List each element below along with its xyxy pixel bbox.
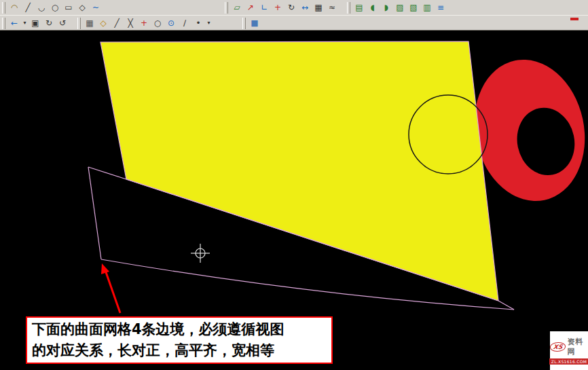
toolbar-handle[interactable] xyxy=(347,2,350,14)
toolbar-curves: ◠╱◡○▭◇~▱↗∟+↻↔▦≈▤◖◗▨▧▥≡ xyxy=(0,0,588,15)
toolbar-handle[interactable] xyxy=(242,18,246,29)
toolbar-handle[interactable] xyxy=(2,18,5,29)
line-snap-icon: ╱ xyxy=(114,17,119,29)
toolbar-gap xyxy=(69,22,76,24)
annotation-arrow xyxy=(101,263,120,313)
profile-button[interactable]: ◠ xyxy=(7,1,21,14)
vertex-snap-icon: ◇ xyxy=(100,17,106,29)
concentric-snap-button[interactable]: ⊙ xyxy=(164,17,178,29)
intersection-snap-icon: ╳ xyxy=(128,17,132,29)
line-icon: ╱ xyxy=(25,1,30,14)
rotate-view-button[interactable]: ↻ xyxy=(42,17,56,29)
mesh-edge-left[interactable] xyxy=(88,167,101,259)
annotation-line-2: 的对应关系，长对正，高平齐，宽相等 xyxy=(32,340,327,361)
back-button[interactable]: ← xyxy=(7,17,21,29)
intersection-snap-button[interactable]: ╳ xyxy=(124,17,137,29)
point-icon: + xyxy=(274,1,281,14)
extrude-button[interactable]: ▤ xyxy=(352,1,366,14)
yellow-surface[interactable] xyxy=(100,41,498,301)
spline-icon: ~ xyxy=(92,1,99,14)
mesh-surface-button[interactable]: ▧ xyxy=(407,1,420,14)
back-icon: ← xyxy=(11,17,18,29)
grid-snap-button[interactable]: ▦ xyxy=(83,17,96,29)
circle-icon: ○ xyxy=(52,1,58,14)
watermark: XS 资料网 ZL.XS1616.COM xyxy=(550,331,588,370)
datum-csys-icon: ∟ xyxy=(261,1,268,14)
midpoint-snap-icon: + xyxy=(141,17,147,29)
sweep-button[interactable]: ◗ xyxy=(380,1,393,14)
shaded-view-button[interactable]: ■ xyxy=(248,17,261,29)
point-snap-button[interactable]: • xyxy=(191,17,205,29)
toolbar-gap xyxy=(103,7,223,8)
line-snap-button[interactable]: ╱ xyxy=(110,17,124,29)
grid-snap-icon: ▦ xyxy=(86,17,93,29)
center-snap-icon: ○ xyxy=(154,17,161,29)
shaded-view-icon: ■ xyxy=(251,17,258,29)
watermark-top: XS 资料网 xyxy=(550,337,588,357)
thicken-button[interactable]: ≡ xyxy=(434,1,447,14)
polygon-button[interactable]: ◇ xyxy=(75,1,89,14)
spline-button[interactable]: ~ xyxy=(89,1,103,14)
refresh-view-button[interactable]: ↺ xyxy=(56,17,69,29)
datum-plane-icon: ▱ xyxy=(234,1,240,14)
toolbar-gap xyxy=(213,22,241,24)
concentric-snap-icon: ⊙ xyxy=(168,17,174,29)
center-snap-button[interactable]: ○ xyxy=(151,17,164,29)
profile-icon: ◠ xyxy=(11,1,18,14)
circle-button[interactable]: ○ xyxy=(48,1,62,14)
snap-options-button[interactable]: ▾ xyxy=(205,17,213,29)
slope-snap-icon: ∕ xyxy=(183,17,186,29)
pattern-icon: ▦ xyxy=(314,1,322,14)
point-snap-icon: • xyxy=(196,17,200,29)
datum-csys-button[interactable]: ∟ xyxy=(257,1,271,14)
polygon-icon: ◇ xyxy=(79,1,85,14)
view-orient-button[interactable]: ▣ xyxy=(29,17,42,29)
watermark-name: 资料网 xyxy=(567,337,588,357)
pattern-button[interactable]: ▦ xyxy=(312,1,325,14)
arc-button[interactable]: ◡ xyxy=(35,1,48,14)
watermark-logo: XS xyxy=(549,342,566,352)
toolbar-handle[interactable] xyxy=(77,18,81,29)
watermark-url: ZL.XS1616.COM xyxy=(549,358,588,365)
graphics-canvas[interactable]: 下面的曲面网格4条边境，必须遵循视图 的对应关系，长对正，高平齐，宽相等 XS … xyxy=(0,31,588,370)
revolve-icon: ◖ xyxy=(371,1,375,14)
cursor-crosshair xyxy=(191,244,210,263)
toolbar-handle[interactable] xyxy=(2,2,5,14)
section-surface-icon: ▨ xyxy=(396,1,403,14)
vertex-snap-button[interactable]: ◇ xyxy=(96,17,110,29)
point-button[interactable]: + xyxy=(271,1,284,14)
mesh-edge-top[interactable] xyxy=(88,167,126,179)
revolve-button[interactable]: ◖ xyxy=(366,1,380,14)
line-button[interactable]: ╱ xyxy=(21,1,35,14)
slope-snap-button[interactable]: ∕ xyxy=(178,17,191,29)
rectangle-icon: ▭ xyxy=(65,1,72,14)
view-orient-icon: ▣ xyxy=(31,17,39,29)
annotation-arrow-shaft xyxy=(106,272,120,313)
toolbar-area: ◠╱◡○▭◇~▱↗∟+↻↔▦≈▤◖◗▨▧▥≡ ←▾▣↻↺▦◇╱╳+○⊙∕•▾■ xyxy=(0,0,588,31)
rotate-icon: ↻ xyxy=(288,1,295,14)
rotate-button[interactable]: ↻ xyxy=(284,1,298,14)
datum-axis-icon: ↗ xyxy=(247,1,254,14)
toolbar-handle[interactable] xyxy=(225,2,228,14)
back-options-button[interactable]: ▾ xyxy=(21,17,29,29)
arc-icon: ◡ xyxy=(38,1,45,14)
midpoint-snap-button[interactable]: + xyxy=(137,17,151,29)
snap-options-icon: ▾ xyxy=(207,17,210,29)
ruled-surface-icon: ▥ xyxy=(423,1,430,14)
red-marker xyxy=(570,18,578,20)
annotation-arrow-head xyxy=(101,263,109,274)
law-curve-button[interactable]: ≈ xyxy=(325,1,339,14)
ruled-surface-button[interactable]: ▥ xyxy=(420,1,434,14)
sweep-icon: ◗ xyxy=(384,1,388,14)
datum-plane-button[interactable]: ▱ xyxy=(230,1,244,14)
back-options-icon: ▾ xyxy=(23,17,26,29)
rectangle-button[interactable]: ▭ xyxy=(62,1,75,14)
section-surface-button[interactable]: ▨ xyxy=(393,1,407,14)
datum-axis-button[interactable]: ↗ xyxy=(244,1,257,14)
move-button[interactable]: ↔ xyxy=(298,1,312,14)
toolbar-view-snap: ←▾▣↻↺▦◇╱╳+○⊙∕•▾■ xyxy=(0,15,588,31)
move-icon: ↔ xyxy=(301,1,308,14)
mesh-surface-icon: ▧ xyxy=(409,1,417,14)
refresh-view-icon: ↺ xyxy=(59,17,66,29)
law-curve-icon: ≈ xyxy=(329,1,335,14)
